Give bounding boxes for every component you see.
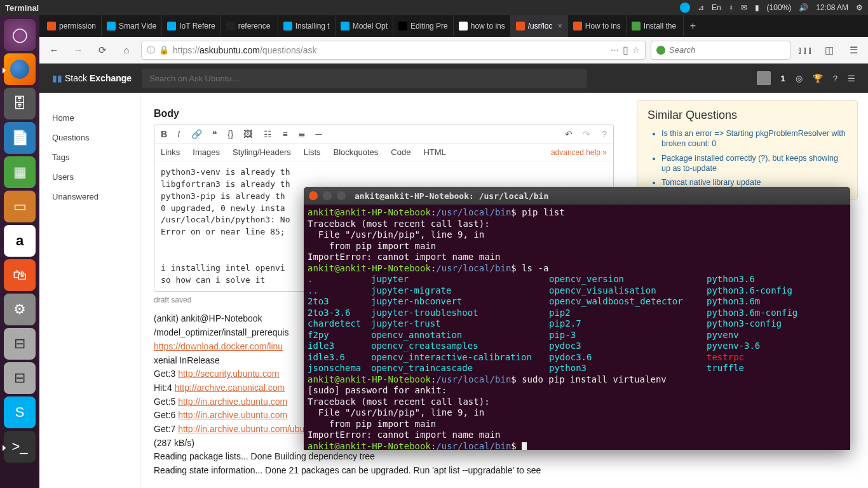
advanced-help-link[interactable]: advanced help » <box>551 148 607 157</box>
heading-button[interactable]: ≣ <box>298 129 306 139</box>
undo-button[interactable]: ↶ <box>565 129 573 139</box>
leftnav-item[interactable]: Home <box>52 108 140 128</box>
olist-button[interactable]: ☷ <box>264 129 272 139</box>
battery-icon[interactable]: ▮ <box>755 3 759 12</box>
search-bar[interactable] <box>651 41 790 60</box>
bold-button[interactable]: B <box>161 129 167 139</box>
back-button[interactable]: ← <box>44 41 64 60</box>
leftnav-item[interactable]: Unanswered <box>52 187 140 207</box>
terminal-body[interactable]: ankit@ankit-HP-Notebook:/usr/local/bin$ … <box>304 205 850 450</box>
firefox-icon[interactable] <box>4 53 36 85</box>
bluetooth-icon[interactable]: ᚼ <box>729 3 733 12</box>
editor-tab[interactable]: HTML <box>423 147 445 157</box>
settings-icon[interactable]: ⚙ <box>4 294 36 325</box>
browser-tab[interactable]: How to ins <box>568 15 627 37</box>
dash-icon[interactable]: ◯ <box>4 19 36 51</box>
browser-tab[interactable]: Editing Pre <box>393 15 454 37</box>
browser-tab[interactable]: Smart Vide <box>102 15 162 37</box>
editor-tab[interactable]: Images <box>193 147 220 157</box>
browser-tab[interactable]: how to ins <box>454 15 511 37</box>
window-minimize-button[interactable] <box>323 191 332 200</box>
forward-button[interactable]: → <box>69 41 88 60</box>
browser-tab[interactable]: Model Opt <box>336 15 393 37</box>
bookmark-icon[interactable]: ☆ <box>632 45 640 55</box>
skype-icon[interactable]: S <box>4 396 36 428</box>
files-icon[interactable]: 🗄 <box>4 88 36 119</box>
preview-link[interactable]: http://archive.canonical.com <box>175 383 285 393</box>
preview-link[interactable]: http://in.archive.ubuntu.com/ubuntu <box>178 424 317 434</box>
italic-button[interactable]: I <box>177 129 180 139</box>
library-icon[interactable]: ⫿⫿⫿ <box>796 41 815 60</box>
menu-icon[interactable]: ☰ <box>844 41 863 60</box>
new-tab-button[interactable]: + <box>684 15 702 37</box>
similar-item[interactable]: Package installed correctly (?), but kee… <box>661 153 847 174</box>
terminal-window[interactable]: ankit@ankit-HP-Notebook: /usr/local/bin … <box>304 187 850 450</box>
gear-icon[interactable]: ⚙ <box>856 3 863 12</box>
mail-icon[interactable]: ✉ <box>741 3 747 12</box>
similar-item[interactable]: Is this an error => Starting pkgProblemR… <box>661 128 847 149</box>
tab-close-icon[interactable]: × <box>558 22 562 30</box>
editor-tab[interactable]: Blockquotes <box>334 147 379 157</box>
se-search-input[interactable] <box>142 69 587 88</box>
leftnav-item[interactable]: Tags <box>52 147 140 167</box>
url-bar[interactable]: ⓘ 🔒 https://askubuntu.com/questions/ask … <box>141 41 646 60</box>
browser-tab[interactable]: reference <box>221 15 278 37</box>
browser-tab[interactable]: Install the <box>627 15 684 37</box>
search-input[interactable] <box>669 45 785 55</box>
code-button[interactable]: {} <box>227 129 233 139</box>
browser-tab[interactable]: Installing t <box>278 15 336 37</box>
se-search[interactable] <box>142 69 587 88</box>
reputation[interactable]: 1 <box>781 74 785 83</box>
preview-link[interactable]: https://download.docker.com/linu <box>154 341 283 351</box>
leftnav-item[interactable]: Users <box>52 167 140 187</box>
info-icon[interactable]: ⓘ <box>147 44 155 56</box>
ulist-button[interactable]: ≡ <box>282 129 287 139</box>
terminal-titlebar[interactable]: ankit@ankit-HP-Notebook: /usr/local/bin <box>304 187 850 205</box>
reader-icon[interactable]: ▯ <box>623 44 628 56</box>
skype-indicator[interactable] <box>680 3 690 13</box>
browser-tab[interactable]: permission <box>42 15 102 37</box>
terminal-launcher-icon[interactable]: >_ <box>4 431 36 463</box>
editor-tab[interactable]: Styling/Headers <box>233 147 291 157</box>
se-menu-icon[interactable]: ☰ <box>848 74 855 83</box>
editor-help-icon[interactable]: ? <box>602 129 607 139</box>
editor-tab[interactable]: Lists <box>304 147 321 157</box>
wifi-icon[interactable]: ⊿ <box>698 3 704 12</box>
achievements-icon[interactable]: 🏆 <box>813 74 823 83</box>
leftnav-item[interactable]: Questions <box>52 128 140 147</box>
image-button[interactable]: 🖼 <box>243 129 252 139</box>
hr-button[interactable]: ─ <box>316 129 322 139</box>
help-icon[interactable]: ? <box>833 74 837 83</box>
clock[interactable]: 12:08 AM <box>816 3 848 12</box>
window-close-button[interactable] <box>309 191 318 200</box>
impress-icon[interactable]: ▭ <box>4 191 36 222</box>
disk-icon-1[interactable]: ⊟ <box>4 328 36 360</box>
link-button[interactable]: 🔗 <box>191 129 202 139</box>
preview-link[interactable]: http://security.ubuntu.com <box>178 369 279 379</box>
disk-icon-2[interactable]: ⊟ <box>4 362 36 394</box>
calc-icon[interactable]: ▦ <box>4 156 36 188</box>
url-more-icon[interactable]: ⋯ <box>611 45 619 55</box>
quote-button[interactable]: ❝ <box>212 129 217 139</box>
se-logo[interactable]: ▮▮ StackExchange <box>52 73 132 83</box>
volume-icon[interactable]: 🔊 <box>799 3 808 12</box>
editor-tab[interactable]: Code <box>391 147 410 157</box>
reload-button[interactable]: ⟳ <box>93 41 112 60</box>
redo-button[interactable]: ↷ <box>583 129 590 139</box>
home-button[interactable]: ⌂ <box>117 41 136 60</box>
preview-link[interactable]: http://in.archive.ubuntu.com <box>178 410 287 420</box>
avatar[interactable] <box>757 71 771 85</box>
browser-tab[interactable]: /usr/loc× <box>511 15 568 37</box>
software-icon[interactable]: 🛍 <box>4 259 36 291</box>
similar-item[interactable]: Tomcat native library update <box>661 177 847 187</box>
sidebar-icon[interactable]: ◫ <box>820 41 839 60</box>
inbox-icon[interactable]: ◎ <box>796 74 803 83</box>
window-maximize-button[interactable] <box>337 191 346 200</box>
writer-icon[interactable]: 📄 <box>4 122 36 154</box>
browser-tab[interactable]: IoT Refere <box>162 15 220 37</box>
preview-link[interactable]: http://in.archive.ubuntu.com <box>178 396 287 407</box>
search-engine-icon[interactable] <box>656 46 665 55</box>
amazon-icon[interactable]: a <box>4 225 36 257</box>
editor-tab[interactable]: Links <box>161 147 180 157</box>
lang-indicator[interactable]: En <box>712 3 721 12</box>
